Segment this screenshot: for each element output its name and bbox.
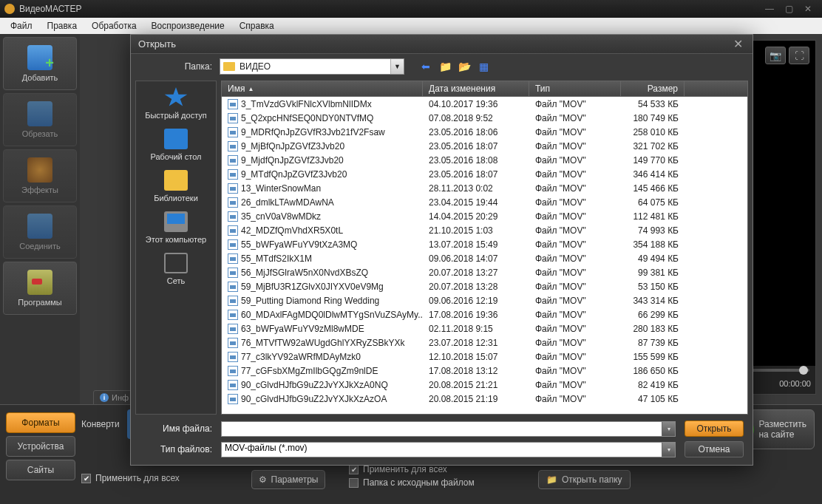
new-folder-button[interactable]: 📂 bbox=[458, 60, 471, 73]
file-row[interactable]: 9_MDRfQnJpZGVfR3Jvb21fV2Fsaw23.05.2016 1… bbox=[222, 125, 747, 139]
file-icon bbox=[228, 324, 238, 334]
menu-item[interactable]: Правка bbox=[41, 19, 84, 33]
minimize-button[interactable]: ― bbox=[760, 2, 779, 16]
menu-item[interactable]: Файл bbox=[4, 19, 38, 33]
file-icon bbox=[228, 253, 238, 264]
nav-up-button[interactable]: 📁 bbox=[438, 60, 452, 73]
parameters-button[interactable]: ⚙Параметры bbox=[251, 470, 325, 489]
format-tab[interactable]: Сайты bbox=[6, 460, 75, 480]
file-icon bbox=[228, 338, 238, 348]
format-tab[interactable]: Форматы bbox=[6, 412, 75, 433]
info-button[interactable]: iИнф bbox=[93, 390, 135, 405]
column-date[interactable]: Дата изменения bbox=[423, 81, 529, 96]
file-icon bbox=[228, 141, 238, 151]
dialog-open-button[interactable]: Открыть bbox=[685, 420, 744, 437]
gear-icon: ⚙ bbox=[259, 474, 267, 485]
dialog-close-button[interactable]: ✕ bbox=[730, 37, 745, 51]
file-row[interactable]: 13_WinterSnowMan28.11.2013 0:02Файл "MOV… bbox=[222, 181, 747, 195]
prog-icon bbox=[27, 270, 52, 295]
menu-item[interactable]: Воспроизведение bbox=[146, 19, 231, 33]
filetype-label: Тип файлов: bbox=[140, 444, 212, 454]
maximize-button[interactable]: ▢ bbox=[779, 2, 798, 16]
sidebar-join-button: Соединить bbox=[3, 205, 77, 259]
file-row[interactable]: 9_MjBfQnJpZGVfZ3Jvb2023.05.2016 18:07Фай… bbox=[222, 139, 747, 153]
file-row[interactable]: 3_TmVzdGVklFNlcXVlbmNlIDMx04.10.2017 19:… bbox=[222, 97, 747, 111]
file-icon bbox=[228, 310, 238, 320]
chevron-down-icon: ▾ bbox=[662, 422, 675, 436]
file-row[interactable]: 76_MTVfTW92aWUgdGhlYXRyZSBkYXk23.07.2018… bbox=[222, 336, 747, 350]
open-folder-button[interactable]: 📁Открыть папку bbox=[538, 470, 631, 489]
menu-item[interactable]: Справка bbox=[234, 19, 280, 33]
app-icon bbox=[4, 4, 15, 14]
file-row[interactable]: 55_MTdfS2IkX1M09.06.2018 14:07Файл "MOV"… bbox=[222, 251, 747, 265]
file-icon bbox=[228, 296, 238, 306]
file-row[interactable]: 5_Q2xpcHNfSEQ0NDY0NTVfMQ07.08.2018 9:52Ф… bbox=[222, 111, 747, 125]
snapshot-button[interactable]: 📷 bbox=[765, 47, 786, 64]
place-lib[interactable]: Библиотеки bbox=[154, 170, 198, 202]
file-row[interactable]: 26_dmlkLTAwMDAwNA23.04.2015 19:44Файл "M… bbox=[222, 195, 747, 209]
open-file-dialog: Открыть ✕ Папка: ВИДЕО ▼ ⬅ 📁 📂 ▦ Быстрый… bbox=[130, 34, 753, 466]
file-list-header: Имя▲ Дата изменения Тип Размер bbox=[221, 81, 748, 97]
add-icon bbox=[27, 45, 52, 70]
sidebar-prog-button[interactable]: Программы bbox=[3, 262, 77, 315]
filename-label: Имя файла: bbox=[140, 423, 212, 434]
file-row[interactable]: 59_Putting Diamond Ring Wedding09.06.201… bbox=[222, 293, 747, 307]
star-icon bbox=[164, 87, 188, 108]
chevron-down-icon: ▾ bbox=[662, 443, 675, 457]
format-tab[interactable]: Устройства bbox=[6, 436, 75, 457]
file-icon bbox=[228, 225, 238, 236]
filetype-combobox[interactable]: MOV-файлы (*.mov)▾ bbox=[221, 442, 676, 457]
column-type[interactable]: Тип bbox=[529, 81, 621, 96]
file-icon bbox=[228, 211, 238, 222]
desk-icon bbox=[164, 129, 188, 149]
lib-icon bbox=[164, 170, 188, 191]
place-desk[interactable]: Рабочий стол bbox=[150, 129, 201, 161]
column-name[interactable]: Имя▲ bbox=[222, 81, 423, 96]
apply-all-checkbox[interactable]: ✔Применить для всех bbox=[81, 473, 180, 483]
main-titlebar: ВидеоМАСТЕР ― ▢ ✕ bbox=[0, 0, 822, 18]
nav-back-button[interactable]: ⬅ bbox=[419, 60, 432, 73]
apply-all-2-checkbox[interactable]: ✔Применить для всех bbox=[349, 464, 475, 474]
file-row[interactable]: 56_MjJfSGlraW5nX0NvdXBsZQ20.07.2018 13:2… bbox=[222, 265, 747, 279]
convert-label: Конверти bbox=[81, 419, 120, 429]
file-row[interactable]: 9_MTdfQnJpZGVfZ3Jvb2023.05.2016 18:07Фай… bbox=[222, 167, 747, 181]
place-net[interactable]: Сеть bbox=[164, 253, 188, 285]
file-row[interactable]: 9_MjdfQnJpZGVfZ3Jvb2023.05.2016 18:08Фай… bbox=[222, 153, 747, 167]
place-star[interactable]: Быстрый доступ bbox=[145, 87, 207, 120]
file-icon bbox=[228, 169, 238, 180]
column-size[interactable]: Размер bbox=[621, 81, 685, 96]
file-row[interactable]: 77_cGFsbXMgZmIlbGQgZm9nlDE17.08.2018 13:… bbox=[222, 364, 747, 378]
sidebar-fx-button: Эффекты bbox=[3, 149, 77, 202]
chevron-down-icon: ▼ bbox=[390, 59, 404, 74]
dialog-titlebar: Открыть ✕ bbox=[131, 35, 753, 54]
preview-time: 00:00:00 bbox=[779, 379, 811, 388]
file-icon bbox=[228, 352, 238, 362]
file-row[interactable]: 63_bWFyaWFuYV9zMl8wMDE02.11.2018 9:15Фай… bbox=[222, 321, 747, 336]
file-row[interactable]: 55_bWFyaWFuYV9tXzA3MQ13.07.2018 15:49Фай… bbox=[222, 237, 747, 251]
dialog-cancel-button[interactable]: Отмена bbox=[685, 441, 744, 457]
place-pc[interactable]: Этот компьютер bbox=[146, 211, 206, 244]
file-row[interactable]: 35_cnV0aV8wMDkz14.04.2015 20:29Файл "MOV… bbox=[222, 209, 747, 223]
view-menu-button[interactable]: ▦ bbox=[477, 60, 490, 73]
places-sidebar: Быстрый доступРабочий столБиблиотекиЭтот… bbox=[135, 81, 217, 415]
file-icon bbox=[228, 183, 238, 194]
file-row[interactable]: 90_cGlvdHJfbG9uZ2JvYXJkXzAzOA20.08.2015 … bbox=[222, 392, 747, 406]
filename-input[interactable]: ▾ bbox=[221, 421, 676, 437]
fullscreen-button[interactable]: ⛶ bbox=[789, 47, 809, 64]
folder-icon bbox=[223, 62, 235, 71]
folder-combobox[interactable]: ВИДЕО ▼ bbox=[220, 58, 404, 75]
file-row[interactable]: 77_c3lkYV92aWRfMDAyMzk012.10.2018 15:07Ф… bbox=[222, 350, 747, 364]
file-icon bbox=[228, 366, 238, 376]
close-button[interactable]: ✕ bbox=[798, 2, 818, 16]
sidebar-add-button[interactable]: Добавить bbox=[3, 37, 77, 90]
file-icon bbox=[228, 380, 238, 390]
file-list[interactable]: 3_TmVzdGVklFNlcXVlbmNlIDMx04.10.2017 19:… bbox=[221, 97, 748, 415]
menu-item[interactable]: Обработка bbox=[86, 19, 143, 33]
source-folder-checkbox[interactable]: Папка с исходным файлом bbox=[349, 477, 475, 488]
file-row[interactable]: 42_MDZfQmVhdXR5X0tL21.10.2015 1:03Файл "… bbox=[222, 223, 747, 237]
file-row[interactable]: 90_cGlvdHJfbG9uZ2JvYXJkXzA0NQ20.08.2015 … bbox=[222, 378, 747, 392]
file-icon bbox=[228, 239, 238, 250]
sort-asc-icon: ▲ bbox=[248, 86, 254, 92]
file-row[interactable]: 60_MDAxlFAgMDQ0lDlwMTYgSnVuZSAyMy...17.0… bbox=[222, 307, 747, 321]
file-row[interactable]: 59_MjBfU3R1ZGlvX0JIYXV0eV9Mg20.07.2018 1… bbox=[222, 279, 747, 293]
